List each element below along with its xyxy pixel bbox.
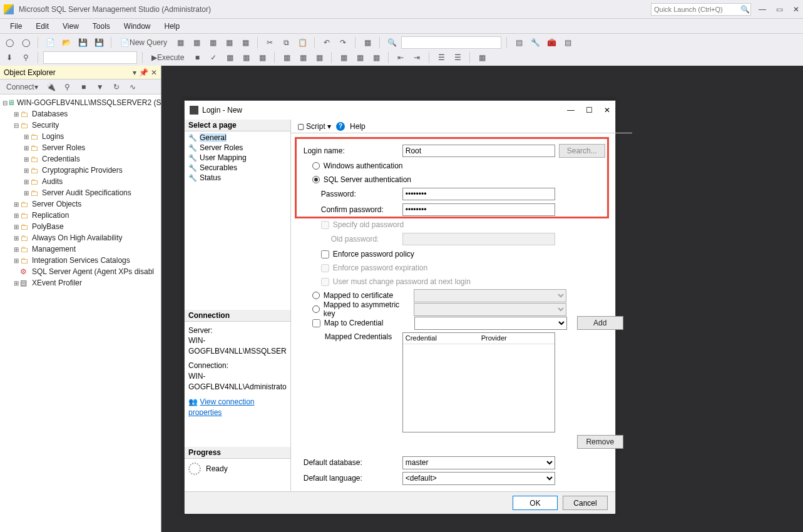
- tree-always-on[interactable]: ⊞Always On High Availability: [0, 232, 161, 243]
- copy-button[interactable]: ⧉: [279, 36, 293, 49]
- default-lang-select[interactable]: <default>: [402, 472, 555, 485]
- disconnect-icon[interactable]: 🔌: [44, 80, 58, 94]
- find-button[interactable]: 🔍: [385, 36, 399, 49]
- tree-server-objects[interactable]: ⊞Server Objects: [0, 198, 161, 210]
- undo-button[interactable]: ↶: [320, 36, 334, 49]
- minimize-button[interactable]: —: [759, 5, 766, 14]
- remove-button[interactable]: Remove: [577, 435, 623, 449]
- grid-button[interactable]: ▦: [361, 36, 374, 49]
- windows-auth-radio[interactable]: [312, 162, 320, 170]
- quick-launch-input[interactable]: [654, 6, 740, 13]
- tree-audits[interactable]: ⊞Audits: [0, 176, 161, 187]
- nav-back-button[interactable]: ◯: [3, 36, 16, 49]
- dialog-close-button[interactable]: ✕: [604, 106, 610, 115]
- menu-help[interactable]: Help: [158, 21, 187, 32]
- execute-button[interactable]: ▶ Execute: [148, 51, 188, 64]
- open-button[interactable]: 📂: [59, 36, 73, 49]
- tree-isc[interactable]: ⊞Integration Services Catalogs: [0, 255, 161, 266]
- menu-edit[interactable]: Edit: [29, 21, 55, 32]
- tree-xevent[interactable]: ⊞XEvent Profiler: [0, 277, 161, 289]
- credentials-grid[interactable]: Credential Provider: [402, 332, 555, 432]
- indent-icon[interactable]: ▦: [369, 51, 383, 64]
- query-options-icon[interactable]: ▦: [255, 51, 269, 64]
- tree-logins[interactable]: ⊞Logins: [0, 131, 161, 142]
- page-general[interactable]: General: [187, 133, 288, 143]
- ok-button[interactable]: OK: [513, 496, 558, 510]
- results-text-icon[interactable]: ▦: [296, 51, 310, 64]
- registered-servers-icon[interactable]: ▤: [512, 36, 526, 49]
- stop-button[interactable]: ■: [190, 51, 204, 64]
- tree-replication[interactable]: ⊞Replication: [0, 210, 161, 221]
- view-connection-props-link[interactable]: View connection properties: [188, 397, 255, 417]
- stop-icon[interactable]: ⚲: [61, 80, 74, 94]
- mapped-cert-radio[interactable]: [312, 292, 320, 299]
- comment-icon[interactable]: ▦: [337, 51, 350, 64]
- menu-file[interactable]: File: [4, 21, 28, 32]
- refresh-icon[interactable]: ↻: [110, 80, 123, 94]
- sqlcmd-icon[interactable]: ▦: [475, 51, 489, 64]
- credential-select[interactable]: [414, 317, 567, 330]
- nav-forward-button[interactable]: ◯: [19, 36, 33, 49]
- password-input[interactable]: [402, 188, 555, 200]
- maximize-button[interactable]: ▭: [776, 5, 783, 14]
- cancel-button[interactable]: Cancel: [563, 496, 608, 510]
- dialog-maximize-button[interactable]: ☐: [586, 106, 593, 115]
- specify-values-icon[interactable]: ☰: [434, 51, 448, 64]
- db-engine-query-icon[interactable]: ▦: [173, 36, 187, 49]
- quick-launch[interactable]: 🔍: [651, 3, 751, 16]
- parse-button[interactable]: ✓: [207, 51, 220, 64]
- tree-crypto[interactable]: ⊞Cryptographic Providers: [0, 165, 161, 176]
- page-status[interactable]: Status: [187, 173, 288, 183]
- connect-button[interactable]: Connect ▾: [3, 80, 42, 94]
- activity-monitor-icon[interactable]: ▤: [561, 36, 575, 49]
- tree-server[interactable]: ⊟WIN-GOGFLBV4NLL\MSSQLSERVER2 (S: [0, 97, 161, 108]
- confirm-password-input[interactable]: [402, 203, 555, 216]
- mdx-icon[interactable]: ▦: [190, 36, 203, 49]
- paste-button[interactable]: 📋: [295, 36, 309, 49]
- sql-auth-radio[interactable]: [312, 176, 320, 183]
- results-file-icon[interactable]: ▦: [312, 51, 326, 64]
- map-credential-checkbox[interactable]: [312, 319, 320, 327]
- outdent-icon[interactable]: ⇤: [394, 51, 407, 64]
- login-name-input[interactable]: [402, 145, 555, 157]
- help-button[interactable]: Help: [350, 122, 366, 131]
- page-securables[interactable]: Securables: [187, 163, 288, 173]
- toolbox-icon[interactable]: 🧰: [545, 36, 558, 49]
- indent2-icon[interactable]: ⇥: [410, 51, 424, 64]
- page-user-mapping[interactable]: User Mapping: [187, 153, 288, 163]
- results-grid-icon[interactable]: ▦: [280, 51, 294, 64]
- new-query-button[interactable]: 📄 New Query: [116, 36, 171, 49]
- stop2-icon[interactable]: ■: [77, 80, 91, 94]
- save-all-button[interactable]: 💾: [92, 36, 106, 49]
- add-button[interactable]: Add: [577, 316, 623, 330]
- tree-credentials[interactable]: ⊞Credentials: [0, 153, 161, 165]
- activity-icon[interactable]: ∿: [126, 80, 140, 94]
- specify-values2-icon[interactable]: ☰: [451, 51, 464, 64]
- debug-target[interactable]: ⚲: [19, 51, 33, 64]
- xmla-icon[interactable]: ▦: [222, 36, 236, 49]
- plan-icon[interactable]: ▦: [223, 51, 237, 64]
- save-button[interactable]: 💾: [76, 36, 90, 49]
- filter-icon[interactable]: ▼: [93, 80, 107, 94]
- script-button[interactable]: ▢ Script ▾: [297, 122, 331, 131]
- find-combo[interactable]: [401, 36, 501, 49]
- tree-security[interactable]: ⊟Security: [0, 120, 161, 131]
- tree-databases[interactable]: ⊞Databases: [0, 108, 161, 120]
- debug-button[interactable]: ⬇: [3, 51, 16, 64]
- dropdown-icon[interactable]: ▾: [133, 68, 136, 77]
- redo-button[interactable]: ↷: [336, 36, 350, 49]
- cut-button[interactable]: ✂: [263, 36, 277, 49]
- enforce-policy-checkbox[interactable]: [321, 250, 329, 258]
- default-db-select[interactable]: master: [402, 456, 555, 469]
- close-panel-icon[interactable]: ✕: [151, 68, 157, 77]
- menu-window[interactable]: Window: [118, 21, 157, 32]
- dax-icon[interactable]: ▦: [238, 36, 252, 49]
- uncomment-icon[interactable]: ▦: [353, 51, 367, 64]
- dmx-icon[interactable]: ▦: [206, 36, 220, 49]
- tree-server-roles[interactable]: ⊞Server Roles: [0, 142, 161, 153]
- tree-audit-spec[interactable]: ⊞Server Audit Specifications: [0, 187, 161, 198]
- menu-tools[interactable]: Tools: [86, 21, 116, 32]
- mapped-asym-radio[interactable]: [312, 305, 320, 313]
- search-button[interactable]: Search...: [559, 144, 605, 158]
- tree-management[interactable]: ⊞Management: [0, 243, 161, 255]
